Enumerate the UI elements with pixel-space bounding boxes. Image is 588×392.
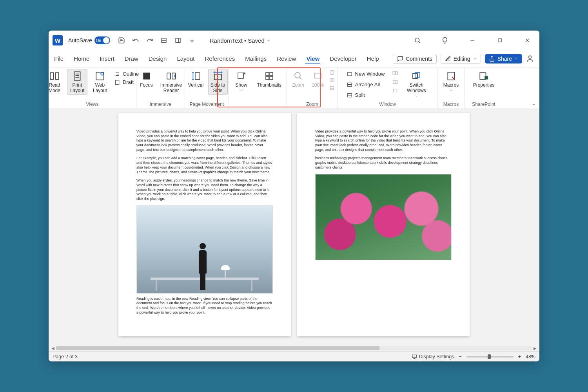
tab-help[interactable]: Help: [366, 54, 380, 64]
page-indicator[interactable]: Page 2 of 3: [53, 354, 78, 359]
horizontal-scrollbar[interactable]: ◀ ▶: [49, 345, 539, 351]
print-layout-button[interactable]: Print Layout: [67, 69, 87, 95]
tab-view[interactable]: View: [305, 54, 320, 64]
vertical-button[interactable]: Vertical: [186, 69, 206, 89]
pencil-icon: [445, 56, 451, 62]
tab-references[interactable]: References: [204, 54, 236, 64]
tab-insert[interactable]: Insert: [99, 54, 115, 64]
svg-line-34: [299, 77, 301, 79]
pages-container: Video provides a powerful way to help yo…: [49, 113, 539, 345]
present-icon[interactable]: [526, 54, 535, 63]
tab-home[interactable]: Home: [73, 54, 90, 64]
draft-label: Draft: [123, 79, 134, 85]
qat-button-1[interactable]: [160, 36, 168, 45]
save-icon[interactable]: [117, 36, 126, 45]
redo-icon[interactable]: [145, 36, 154, 45]
switch-windows-label: Switch Windows: [404, 83, 429, 94]
scroll-track[interactable]: [56, 346, 532, 350]
scroll-left-icon[interactable]: ◀: [50, 346, 56, 350]
ribbon-tabs: File Home Insert Draw Design Layout Refe…: [49, 50, 539, 67]
search-icon[interactable]: [412, 34, 423, 46]
macros-button[interactable]: Macros: [440, 69, 463, 93]
properties-button[interactable]: S Properties: [468, 69, 499, 89]
svg-rect-22: [115, 80, 119, 84]
share-button[interactable]: Share: [485, 54, 522, 64]
titlebar-right: [412, 34, 535, 46]
tab-draw[interactable]: Draw: [124, 54, 139, 64]
status-bar: Page 2 of 3 Display Settings − + 48%: [49, 351, 539, 361]
web-layout-button[interactable]: Web Layout: [90, 69, 110, 95]
document-title[interactable]: RandomText • Saved: [210, 37, 271, 44]
show-icon: [235, 70, 248, 82]
comments-button[interactable]: Comments: [393, 54, 437, 64]
zoom-icon: [292, 70, 305, 82]
page-2[interactable]: Video provides a powerful way to help yo…: [297, 113, 470, 336]
read-mode-label: Read Mode: [49, 83, 64, 94]
properties-icon: S: [477, 70, 490, 82]
document-area[interactable]: Video provides a powerful way to help yo…: [49, 109, 539, 345]
split-button[interactable]: Split: [345, 92, 387, 98]
tab-file[interactable]: File: [53, 54, 64, 64]
svg-point-18: [101, 73, 103, 75]
svg-rect-2: [176, 38, 180, 43]
svg-rect-28: [238, 73, 243, 78]
maximize-button[interactable]: [494, 34, 506, 46]
immersive-group-label: Immersive: [150, 102, 171, 108]
switch-knob-icon: [103, 37, 109, 44]
show-button[interactable]: Show: [231, 69, 252, 93]
side-to-side-button[interactable]: Side to Side: [208, 69, 228, 95]
autosave-switch[interactable]: On: [94, 36, 110, 44]
properties-label: Properties: [473, 83, 495, 88]
new-window-button[interactable]: New Window: [345, 71, 387, 77]
tab-layout[interactable]: Layout: [176, 54, 195, 64]
print-layout-label: Print Layout: [68, 83, 86, 94]
close-button[interactable]: [521, 34, 533, 46]
tab-mailings[interactable]: Mailings: [244, 54, 267, 64]
thumbnails-button[interactable]: Thumbnails: [254, 69, 285, 89]
customize-qat-icon[interactable]: [188, 36, 196, 45]
display-settings-button[interactable]: Display Settings: [411, 354, 454, 359]
vertical-label: Vertical: [188, 83, 203, 88]
zoom-slider[interactable]: [466, 356, 514, 358]
person-silhouette-icon: [196, 243, 209, 290]
svg-rect-46: [393, 72, 395, 75]
group-window: New Window Arrange All Split Switch Wind…: [338, 67, 437, 109]
immersive-reader-button[interactable]: Immersive Reader: [158, 69, 184, 95]
scroll-right-icon[interactable]: ▶: [532, 346, 538, 350]
page2-p2: business technology projects management …: [315, 156, 452, 170]
collapse-ribbon-icon[interactable]: ⌄: [532, 100, 536, 106]
scroll-thumb[interactable]: [56, 346, 380, 350]
lightbulb-icon[interactable]: [439, 34, 451, 46]
switch-windows-button[interactable]: Switch Windows: [403, 69, 430, 99]
zoom-in-icon[interactable]: +: [518, 354, 521, 359]
arrange-all-button[interactable]: Arrange All: [345, 81, 387, 88]
zoom-handle[interactable]: [488, 354, 491, 359]
office-photo: [136, 205, 273, 294]
focus-button[interactable]: Focus: [137, 69, 156, 89]
side-to-side-label: Side to Side: [209, 83, 227, 94]
zoom-percent[interactable]: 48%: [526, 354, 535, 359]
tab-review[interactable]: Review: [276, 54, 297, 64]
autosave-label: AutoSave: [68, 37, 92, 44]
svg-rect-25: [195, 73, 200, 79]
tab-design[interactable]: Design: [148, 54, 168, 64]
svg-rect-43: [347, 85, 352, 86]
tab-developer[interactable]: Developer: [329, 54, 357, 64]
autosave-toggle[interactable]: AutoSave On: [68, 36, 110, 44]
page-width-icon: [329, 85, 335, 91]
read-mode-button[interactable]: Read Mode: [49, 69, 65, 95]
macros-icon: [445, 70, 458, 82]
zoom-out-icon[interactable]: −: [459, 354, 461, 359]
show-label: Show: [235, 83, 247, 88]
qat-button-2[interactable]: [174, 36, 182, 45]
svg-rect-37: [330, 79, 332, 82]
page-1[interactable]: Video provides a powerful way to help yo…: [118, 113, 291, 336]
svg-rect-13: [74, 72, 80, 80]
group-immersive: Focus Immersive Reader Immersive: [136, 67, 185, 109]
macros-label: Macros: [443, 83, 459, 88]
zoom-label: Zoom: [292, 83, 304, 88]
editing-button[interactable]: Editing: [441, 54, 481, 64]
minimize-button[interactable]: [466, 34, 478, 46]
undo-icon[interactable]: [131, 36, 140, 45]
app-window: W AutoSave On RandomText • Saved: [49, 31, 539, 361]
